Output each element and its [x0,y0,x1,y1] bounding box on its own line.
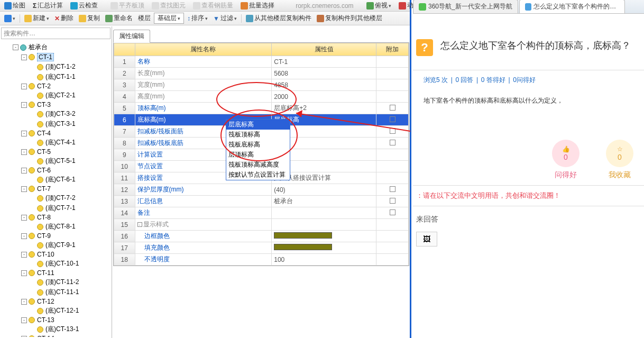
expand-icon[interactable]: - [21,102,27,108]
tree-node[interactable]: -CT-14 [1,334,111,337]
prop-value[interactable]: 层底标高+2 [272,103,376,114]
btn-copyfromother[interactable]: 从其他楼层复制构件 [244,13,314,23]
prop-value[interactable] [272,219,376,231]
dropdown-baselayer[interactable]: 基础层 ▾ [154,13,184,24]
dropdown-option[interactable]: 筏板顶标高减高度 [226,160,290,170]
tree-node[interactable]: (底)CT-3-1 [1,119,111,129]
checkbox[interactable] [390,209,395,215]
btn-filter[interactable]: ▼过滤▾ [211,13,239,23]
property-row[interactable]: 14备注 [114,207,409,219]
tree-node[interactable]: (底)CT-8-1 [1,222,111,232]
tree-node[interactable]: (底)CT-2-1 [1,90,111,101]
expand-icon[interactable]: - [21,149,27,155]
prop-extra[interactable] [376,196,409,207]
tree-node[interactable]: -CT-10 [1,250,111,259]
prop-extra[interactable] [376,114,409,126]
prop-value[interactable]: 4858 [272,79,376,91]
btn-copytoother[interactable]: 复制构件到其他楼层 [315,13,384,23]
dropdown-option[interactable]: 按默认节点设置计算 [226,170,290,180]
prop-value[interactable]: 桩承台 [272,196,376,207]
tree-node[interactable]: -CT-9 [1,232,111,240]
prop-extra[interactable] [376,56,409,68]
prop-value[interactable]: 100 [272,254,376,266]
insert-image-button[interactable]: 🖼 [416,232,437,246]
tree-node[interactable]: -CT-7 [1,185,111,193]
property-row[interactable]: 2长度(mm)5608 [114,68,409,79]
prop-extra[interactable] [376,68,409,79]
prop-extra[interactable] [376,91,409,103]
tree-node[interactable]: -CT-6 [1,166,111,175]
property-row[interactable]: 13汇总信息桩承台 [114,196,409,207]
btn-sort[interactable]: ↕排序▾ [185,13,210,23]
tree-node[interactable]: (顶)CT-11-2 [1,277,111,287]
prop-value[interactable]: 2000 [272,91,376,103]
btn-copy[interactable]: 复制 [77,13,102,23]
btn-iconblue[interactable]: ▾ [2,14,17,23]
tree-node[interactable]: -CT-13 [1,316,111,324]
tree-node[interactable]: (底)CT-4-1 [1,138,111,148]
expand-icon[interactable]: - [21,336,27,337]
expand-icon[interactable]: - [21,186,27,192]
prop-extra[interactable] [376,103,409,114]
prop-extra[interactable] [376,184,409,196]
property-row[interactable]: 15-显示样式 [114,219,409,231]
tree-node[interactable]: (底)CT-1-1 [1,72,111,82]
dropdown-option[interactable]: 筏板底标高 [226,140,290,150]
like-button[interactable]: 👍 0 问得好 [552,140,579,180]
property-row[interactable]: 1名称CT-1 [114,56,409,68]
tree-node[interactable]: -CT-2 [1,82,111,90]
expand-icon[interactable]: - [21,168,27,173]
meta-answers[interactable]: 0 回答 [455,76,473,84]
checkbox[interactable] [390,105,395,111]
tab-property-edit[interactable]: 属性编辑 [113,30,150,43]
prop-extra[interactable] [376,231,409,242]
menu-batchselect[interactable]: 批量选择 [238,1,277,11]
tree-node[interactable]: (顶)CT-1-2 [1,62,111,72]
color-swatch[interactable] [274,232,332,239]
prop-extra[interactable] [376,79,409,91]
expand-icon[interactable]: - [21,131,27,136]
tree-node[interactable]: (底)CT-10-1 [1,259,111,269]
expand-icon[interactable]: - [21,252,27,258]
tree-node[interactable]: -CT-3 [1,101,111,109]
expand-icon[interactable]: - [21,317,27,323]
dropdown-option[interactable]: 层底标高 [226,120,290,130]
prop-extra[interactable] [376,207,409,219]
prop-value[interactable] [272,231,376,242]
favorite-button[interactable]: ☆ 0 我收藏 [606,140,633,180]
tree-node[interactable]: -CT-8 [1,213,111,222]
property-row[interactable]: 16 边框颜色 [114,231,409,242]
tree-node[interactable]: (底)CT-12-1 [1,306,111,316]
expand-icon[interactable]: - [21,84,27,89]
tree-node[interactable]: -CT-12 [1,297,111,306]
tree-node[interactable]: (底)CT-13-1 [1,324,111,334]
property-row[interactable]: 4高度(mm)2000 [114,91,409,103]
expand-icon[interactable]: - [21,215,27,221]
property-row[interactable]: 5顶标高(m)层底标高+2 [114,103,409,114]
prop-extra[interactable] [376,219,409,231]
property-row[interactable]: 12保护层厚度(mm)(40) [114,184,409,196]
dropdown-option[interactable]: 筏板顶标高 [226,130,290,140]
meta-askgood[interactable]: 0问得好 [513,76,536,84]
checkbox[interactable] [390,198,395,204]
prop-value[interactable]: CT-1 [272,56,376,68]
tree-node[interactable]: -CT-4 [1,129,111,138]
color-swatch[interactable] [274,244,332,250]
tree-node[interactable]: -桩承台 [1,42,111,52]
expand-icon[interactable]: - [13,44,19,50]
menu-findshape[interactable]: 查找图元 [150,1,188,11]
component-tree[interactable]: -桩承台-CT-1(顶)CT-1-2(底)CT-1-1-CT-2(底)CT-2-… [0,40,112,337]
search-input[interactable]: 搜索构件… [1,28,111,39]
property-row[interactable]: 3宽度(mm)4858 [114,79,409,91]
checkbox[interactable] [390,116,395,122]
checkbox[interactable] [390,140,395,145]
property-row[interactable]: 17 填充颜色 [114,242,409,254]
tree-node[interactable]: (底)CT-9-1 [1,240,111,250]
tree-node[interactable]: (顶)CT-7-2 [1,193,111,203]
menu-flatslab[interactable]: 平齐板顶 [108,1,146,11]
expand-icon[interactable]: - [21,270,27,276]
meta-good[interactable]: 0 答得好 [481,76,505,84]
expand-icon[interactable]: - [21,54,27,60]
expand-icon[interactable]: - [21,299,27,305]
menu-bird[interactable]: 俯视▾ [364,1,393,11]
